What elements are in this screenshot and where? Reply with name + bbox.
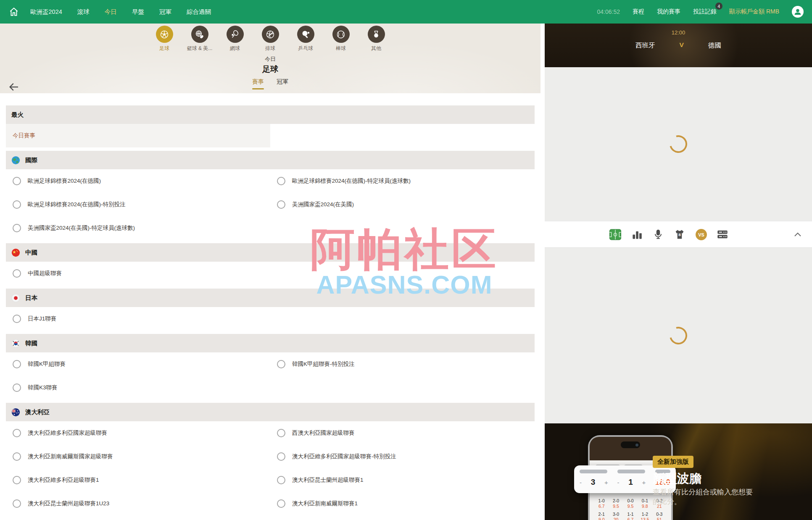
vs-label: V [680,41,684,50]
league-item[interactable]: 澳大利亞昆士蘭州超級聯賽1U23 [6,492,270,515]
sport-tab-volleyball[interactable]: 排球 [253,26,288,52]
league-radio[interactable] [277,200,285,209]
league-row: 歐洲足球錦標賽2024(在德國) 歐洲足球錦標賽2024(在德國)-特定球員(進… [6,169,535,193]
league-item[interactable]: 歐洲足球錦標賽2024(在德國)-特別投注 [6,193,270,216]
betslip-icon[interactable] [716,228,729,241]
league-label: 美洲國家盃2024(在美國) [292,201,354,208]
sport-tab-baseball[interactable]: 棒球 [323,26,359,52]
jersey-icon[interactable]: 8 [673,228,686,241]
phone-notch [621,441,640,448]
nav-link-my-events[interactable]: 我的賽事 [657,8,680,16]
league-radio[interactable] [277,499,285,508]
sport-tab-basketball[interactable]: 籃球 & 美... [182,26,217,52]
match-kickoff-time: 12:00 [545,29,812,36]
today-events-link[interactable]: 今日賽事 [6,124,270,147]
league-item[interactable]: 韓國K3聯賽 [6,376,270,399]
league-item[interactable]: 澳大利亞新南威爾斯國家超級聯賽 [6,445,270,468]
league-radio[interactable] [277,360,285,368]
home-team-name: 西班牙 [635,41,655,50]
correct-score-promo-banner[interactable]: - 3 + - 1 + 18.0 1-06.7 2-09.5 0-09.5 0 [545,423,812,520]
league-radio[interactable] [13,499,21,508]
league-item[interactable]: 日本J1聯賽 [6,307,270,331]
league-item[interactable]: 歐洲足球錦標賽2024(在德國) [6,169,270,193]
league-row: 韓國K甲組聯賽 韓國K甲組聯賽-特別投注 [6,352,535,376]
league-item[interactable]: 韓國K甲組聯賽-特別投注 [270,352,535,376]
match-detail-panel: 12:00 西班牙 V 德國 [545,24,812,520]
league-label: 澳大利亞新南威爾斯國家超級聯賽 [28,453,113,460]
league-radio[interactable] [13,200,21,209]
nav-item-inplay[interactable]: 滾球 [77,8,90,16]
league-label: 西澳大利亞國家超級聯賽 [292,429,355,437]
sport-tab-table-tennis[interactable]: 乒乓球 [288,26,323,52]
volleyball-icon [262,26,279,43]
match-media-toolbar: 8 VS [545,221,812,248]
league-radio[interactable] [13,224,21,232]
sport-tab-tennis[interactable]: 網球 [217,26,253,52]
mic-icon[interactable] [651,228,665,241]
clock: 04:06:52 [597,8,620,15]
nav-item-early[interactable]: 早盤 [132,8,144,16]
sport-tab-other[interactable]: 8 其他 [359,26,394,52]
stats-icon[interactable] [630,228,643,241]
league-item[interactable]: 澳大利亞維多利亞國家超級聯賽 [6,421,270,445]
tab-events[interactable]: 賽事 [252,78,264,92]
league-radio[interactable] [13,315,21,323]
league-row: 中國超級聯賽 [6,262,535,285]
home-icon[interactable] [8,6,19,17]
nav-item-eurocup[interactable]: 歐洲盃2024 [30,8,62,16]
match-teams: 西班牙 V 德國 [545,41,812,50]
sport-label: 棒球 [323,45,359,52]
league-item[interactable]: 澳大利亞維多利亞國家超級聯賽-特別投注 [270,445,535,468]
tab-outright[interactable]: 冠軍 [277,78,288,92]
away-plus-button: + [642,479,646,486]
league-label: 歐洲足球錦標賽2024(在德國)-特別投注 [28,201,126,208]
league-item[interactable]: 歐洲足球錦標賽2024(在德國)-特定球員(進球數) [270,169,535,193]
score-cell: 0-19.8 [638,498,652,509]
league-item[interactable]: 韓國K甲組聯賽 [6,352,270,376]
nav-item-outright[interactable]: 冠軍 [159,8,171,16]
vs-icon[interactable]: VS [694,228,708,241]
league-radio[interactable] [277,452,285,461]
main-area: 足球 籃球 & 美... [0,24,812,520]
show-balance-toggle[interactable]: 顯示帳戶金額 RMB [729,8,779,16]
league-label: 澳大利亞昆士蘭州超級聯賽1 [292,476,364,484]
section-header-korea: 韓國 [6,334,535,352]
avatar-icon[interactable] [792,6,804,18]
league-radio[interactable] [13,452,21,461]
nav-item-today[interactable]: 今日 [105,8,117,16]
league-radio[interactable] [277,476,285,484]
nav-item-parlay[interactable]: 綜合過關 [187,8,211,16]
league-label: 歐洲足球錦標賽2024(在德國)-特定球員(進球數) [292,177,411,185]
league-item[interactable]: 澳大利亞昆士蘭州超級聯賽1 [270,468,535,492]
section-title: 日本 [25,294,37,302]
china-flag-icon [11,248,20,257]
baseball-icon [332,26,350,43]
nav-link-schedule[interactable]: 賽程 [633,8,644,16]
chevron-up-icon[interactable] [793,230,803,242]
bet-records-badge: 4 [715,3,722,10]
pitch-icon[interactable] [609,228,622,241]
sport-tab-soccer[interactable]: 足球 [147,26,182,52]
league-item[interactable]: 美洲國家盃2024(在美國)-特定球員(進球數) [6,216,270,240]
section-header-hot: 最火 [6,105,535,124]
league-item[interactable]: 澳大利亞維多利亞超級聯賽1 [6,468,270,492]
league-item[interactable]: 西澳大利亞國家超級聯賽 [270,421,535,445]
league-radio[interactable] [13,476,21,484]
league-label: 澳大利亞維多利亞超級聯賽1 [28,476,99,484]
league-label: 韓國K甲組聯賽-特別投注 [292,360,355,368]
league-radio[interactable] [13,383,21,392]
league-radio[interactable] [277,429,285,437]
league-item[interactable]: 澳大利亞新南威爾斯聯賽1 [270,492,535,515]
league-item[interactable]: 中國超級聯賽 [6,262,270,285]
promo-description: 查看所有比分組合或輸入您想要的比分。 [653,487,753,507]
league-radio[interactable] [277,177,285,185]
tennis-icon [227,26,244,43]
promo-badge: 全新加強版 [653,456,693,468]
league-radio[interactable] [13,177,21,185]
league-item[interactable]: 美洲國家盃2024(在美國) [270,193,535,216]
league-radio[interactable] [13,429,21,437]
league-radio[interactable] [13,360,21,368]
league-radio[interactable] [13,269,21,278]
nav-link-bet-records[interactable]: 投註記錄 4 [693,8,717,16]
panel-divider [540,24,545,520]
